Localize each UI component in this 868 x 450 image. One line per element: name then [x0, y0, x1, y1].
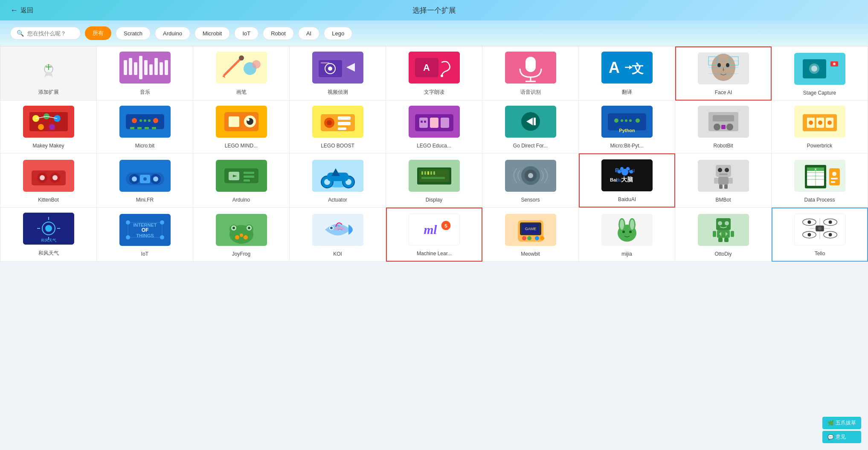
extension-microbitpy[interactable]: Python Micro:Bit-Pyt...: [579, 101, 675, 153]
svg-rect-83: [338, 127, 346, 130]
extension-robotbit[interactable]: RobotBit: [675, 101, 772, 153]
svg-rect-252: [724, 238, 729, 242]
svg-point-235: [540, 236, 544, 240]
svg-point-246: [718, 221, 722, 225]
svg-rect-137: [244, 179, 250, 182]
svg-rect-107: [721, 125, 726, 129]
svg-point-165: [630, 170, 633, 173]
faceai-label: Face AI: [715, 89, 732, 95]
extension-iot[interactable]: INTERNET OF THINGS IoT: [97, 208, 193, 262]
extension-tello[interactable]: Tello: [772, 208, 868, 262]
ml-label: Machine Lear...: [417, 251, 452, 257]
extension-baiduai[interactable]: Bai d u 大脑 Bai du BaiduAI: [579, 153, 675, 208]
voicerecog-image: [505, 52, 556, 84]
tello-image: [794, 213, 845, 245]
extension-joyfrog[interactable]: JoyFrog: [193, 208, 290, 262]
svg-text:X: X: [814, 168, 816, 171]
search-input[interactable]: [27, 30, 74, 37]
filter-robot[interactable]: Robot: [263, 27, 294, 40]
legoedu-label: LEGO Educa...: [417, 143, 451, 149]
minifr-image: [119, 160, 171, 192]
extension-draw[interactable]: 画笔: [193, 46, 290, 101]
filter-ai[interactable]: AI: [298, 27, 319, 40]
microbit-label: Micro:bit: [135, 143, 154, 149]
ml-image: ml 5: [409, 213, 460, 245]
search-box[interactable]: 🔍: [10, 27, 81, 40]
extension-meowbit[interactable]: GAME Meowbit: [482, 208, 579, 262]
baiduai-image: Bai d u 大脑 Bai du: [601, 159, 653, 191]
filter-arduino[interactable]: Arduino: [155, 27, 190, 40]
extension-koi[interactable]: KOI: [290, 208, 386, 262]
extension-voicerecog[interactable]: 语音识别: [482, 46, 579, 101]
extension-dataprocess[interactable]: X Data Process: [772, 153, 868, 208]
svg-text:OF: OF: [141, 227, 148, 233]
extension-kittenbot[interactable]: KittenBot: [0, 153, 97, 208]
extension-ottodiy[interactable]: OttoDiy: [675, 208, 772, 262]
svg-point-128: [132, 176, 137, 182]
extension-videodetect[interactable]: 视频侦测: [290, 46, 386, 101]
extension-actuator[interactable]: Actuator: [290, 153, 386, 208]
svg-rect-151: [427, 171, 429, 175]
svg-point-105: [714, 124, 720, 130]
feedback-icon: 💬: [827, 434, 834, 440]
svg-point-21: [328, 66, 332, 71]
svg-point-16: [252, 60, 261, 69]
godirect-label: Go Direct For...: [513, 143, 548, 149]
extension-minifr[interactable]: Mini.FR: [97, 153, 193, 208]
extension-textread[interactable]: A 文字朗读: [386, 46, 482, 101]
translate-label: 翻译: [622, 89, 632, 96]
filter-iot[interactable]: IoT: [234, 27, 258, 40]
extension-godirect[interactable]: Go Direct For...: [482, 101, 579, 153]
extension-legoboost[interactable]: LEGO BOOST: [290, 101, 386, 153]
wuzhubaji-icon: 🌿: [827, 420, 834, 426]
svg-point-204: [160, 235, 164, 239]
arduino-image: [216, 160, 267, 192]
extension-microbit[interactable]: Micro:bit: [97, 101, 193, 153]
svg-point-233: [527, 236, 531, 240]
extension-stagecapture[interactable]: Stage Capture: [772, 46, 868, 101]
svg-point-39: [726, 63, 729, 67]
extension-sensors[interactable]: Sensors: [482, 153, 579, 208]
godirect-image: [505, 106, 556, 138]
feedback-button[interactable]: 💬 意见: [822, 431, 861, 443]
back-button[interactable]: ← 返回: [10, 6, 33, 15]
kittenbot-image: [23, 160, 74, 192]
extension-legomind[interactable]: LEGO MIND...: [193, 101, 290, 153]
extension-bmbot[interactable]: BMBot: [675, 153, 772, 208]
svg-rect-73: [229, 116, 239, 127]
legoboost-label: LEGO BOOST: [321, 143, 354, 149]
extension-powerbrick[interactable]: Powerbrick: [772, 101, 868, 153]
svg-point-215: [232, 227, 235, 229]
svg-point-166: [618, 170, 621, 173]
meowbit-image: GAME: [505, 214, 556, 246]
svg-rect-136: [244, 176, 254, 178]
makeymakey-label: Makey Makey: [32, 143, 64, 149]
extension-arduino[interactable]: Arduino: [193, 153, 290, 208]
translate-image: A 文: [601, 52, 653, 84]
legoedu-image: [409, 106, 460, 138]
filter-microbit[interactable]: Microbit: [195, 27, 230, 40]
extension-faceai[interactable]: Face AI: [675, 46, 772, 101]
extension-hefeng[interactable]: 和风天气 和风天气: [0, 208, 97, 262]
extension-makeymakey[interactable]: Makey Makey: [0, 101, 97, 153]
extension-translate[interactable]: A 文 翻译: [579, 46, 675, 101]
svg-text:大脑: 大脑: [621, 176, 633, 183]
filter-scratch[interactable]: Scratch: [116, 27, 151, 40]
extension-legoedu[interactable]: LEGO Educa...: [386, 101, 482, 153]
extension-add[interactable]: + 添加扩展: [0, 46, 97, 101]
mijia-label: mijia: [621, 251, 632, 257]
svg-point-247: [725, 221, 729, 225]
filter-all[interactable]: 所有: [85, 26, 111, 40]
extension-ml[interactable]: ml 5 Machine Lear...: [386, 208, 482, 262]
svg-rect-177: [729, 178, 733, 184]
wuzhubaji-label: 五爪拔草: [836, 419, 856, 427]
filter-lego[interactable]: Lego: [324, 27, 352, 40]
tello-label: Tello: [815, 251, 825, 257]
makeymakey-image: [23, 106, 74, 138]
svg-point-80: [327, 120, 332, 125]
extension-mijia[interactable]: mijia: [579, 208, 675, 262]
wuzhubaji-button[interactable]: 🌿 五爪拔草: [822, 417, 861, 429]
svg-point-14: [239, 55, 244, 61]
extension-display[interactable]: Display: [386, 153, 482, 208]
extension-music[interactable]: 音乐: [97, 46, 193, 101]
